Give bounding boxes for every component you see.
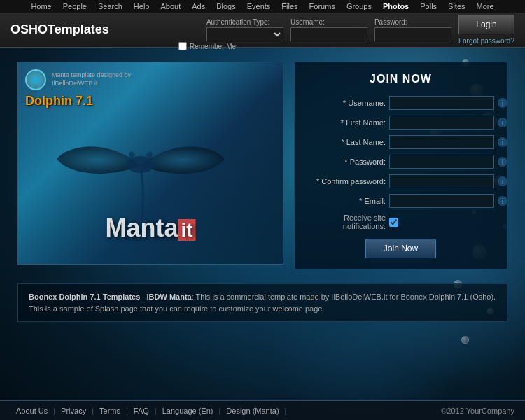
nav-events[interactable]: Events (241, 0, 276, 13)
remember-me-checkbox[interactable] (178, 42, 187, 50)
username-row: * Username: i (305, 96, 496, 110)
email-row: * Email: i (305, 194, 496, 208)
auth-type-label: Authentication Type: (206, 18, 284, 26)
auth-section: Authentication Type: Username: Password:… (206, 15, 514, 45)
password-form-label: * Password: (305, 158, 386, 166)
nav-about[interactable]: About (155, 0, 186, 13)
notifications-checkbox[interactable] (389, 218, 398, 227)
firstname-info-icon[interactable]: i (498, 118, 507, 127)
confirm-form-label: * Confirm password: (305, 177, 386, 186)
description-box: Boonex Dolphin 7.1 Templates · IBDW Mant… (18, 284, 507, 322)
join-btn-row: Join Now (305, 239, 496, 258)
confirm-info-icon[interactable]: i (498, 176, 507, 186)
nav-search[interactable]: Search (92, 0, 128, 13)
footer: About Us | Privacy | Terms | FAQ | Langu… (0, 400, 525, 420)
dolphin-title: Dolphin 7.1 (25, 94, 93, 108)
site-logo: OSHOTemplates (10, 22, 206, 37)
password-input[interactable] (374, 27, 451, 41)
password-label: Password: (374, 18, 451, 26)
top-navigation: Home People Search Help About Ads Blogs … (0, 0, 525, 13)
lastname-info-icon[interactable]: i (498, 137, 507, 147)
nav-sites[interactable]: Sites (442, 0, 470, 13)
username-group: Username: (290, 18, 368, 41)
footer-copyright: ©2012 YourCompany (441, 407, 514, 415)
nav-ads[interactable]: Ads (186, 0, 211, 13)
desc-bold2: IBDW Manta (147, 293, 192, 301)
password-row: * Password: i (305, 155, 496, 169)
footer-about-us[interactable]: About Us (10, 407, 53, 415)
footer-faq[interactable]: FAQ (128, 407, 155, 415)
manta-ray-image (53, 110, 228, 222)
join-now-button[interactable]: Join Now (365, 239, 436, 258)
join-username-input[interactable] (389, 96, 494, 110)
join-password-input[interactable] (389, 155, 494, 169)
auth-type-select[interactable] (206, 27, 284, 41)
footer-privacy[interactable]: Privacy (55, 407, 92, 415)
nav-photos[interactable]: Photos (377, 0, 414, 13)
lastname-row: * Last Name: i (305, 135, 496, 149)
lastname-form-label: * Last Name: (305, 138, 386, 146)
nav-more[interactable]: More (471, 0, 500, 13)
login-button[interactable]: Login (458, 15, 514, 34)
desc-bold1: Boonex Dolphin 7.1 Templates (29, 293, 140, 301)
nav-forums[interactable]: Forums (304, 0, 341, 13)
manta-brand-text: Mantait (105, 214, 195, 243)
auth-type-group: Authentication Type: (206, 18, 284, 41)
nav-groups[interactable]: Groups (341, 0, 377, 13)
nav-help[interactable]: Help (128, 0, 155, 13)
splash-site-text: Manta template designed by IlBelloDelWEB… (52, 71, 131, 88)
footer-terms[interactable]: Terms (94, 407, 126, 415)
password-group: Password: (374, 18, 451, 41)
username-label: Username: (290, 18, 368, 26)
username-input[interactable] (290, 27, 368, 41)
nav-home[interactable]: Home (25, 0, 57, 13)
email-info-icon[interactable]: i (498, 196, 507, 206)
password-info-icon[interactable]: i (498, 157, 507, 167)
nav-polls[interactable]: Polls (414, 0, 442, 13)
footer-links: About Us | Privacy | Terms | FAQ | Langu… (10, 407, 441, 415)
footer-design[interactable]: Design (Manta) (220, 407, 284, 415)
join-title: JOIN NOW (305, 73, 496, 85)
firstname-form-label: * First Name: (305, 118, 386, 127)
remember-me-label: Remember Me (190, 43, 236, 50)
main-content: 🌐 Manta template designed by IlBelloDelW… (0, 48, 525, 284)
firstname-row: * First Name: i (305, 115, 496, 130)
join-firstname-input[interactable] (389, 115, 494, 130)
splash-logo: 🌐 (25, 69, 46, 90)
username-info-icon[interactable]: i (498, 98, 507, 108)
nav-blogs[interactable]: Blogs (211, 0, 241, 13)
notifications-label: Receive site notifications: (305, 214, 386, 230)
splash-inner: 🌐 Manta template designed by IlBelloDelW… (18, 62, 283, 264)
join-confirm-input[interactable] (389, 174, 494, 188)
header-bar: OSHOTemplates Authentication Type: Usern… (0, 13, 525, 48)
join-email-input[interactable] (389, 194, 494, 208)
username-form-label: * Username: (305, 99, 386, 107)
join-lastname-input[interactable] (389, 135, 494, 149)
splash-box: 🌐 Manta template designed by IlBelloDelW… (18, 62, 284, 265)
splash-header: 🌐 Manta template designed by IlBelloDelW… (25, 69, 131, 90)
nav-files[interactable]: Files (276, 0, 303, 13)
forgot-password-link[interactable]: Forgot password? (458, 37, 514, 45)
email-form-label: * Email: (305, 197, 386, 205)
nav-people[interactable]: People (57, 0, 92, 13)
confirm-row: * Confirm password: i (305, 174, 496, 188)
notifications-row: Receive site notifications: (305, 214, 496, 230)
join-panel: JOIN NOW * Username: i * First Name: i *… (294, 62, 507, 270)
footer-language[interactable]: Language (En) (157, 407, 219, 415)
